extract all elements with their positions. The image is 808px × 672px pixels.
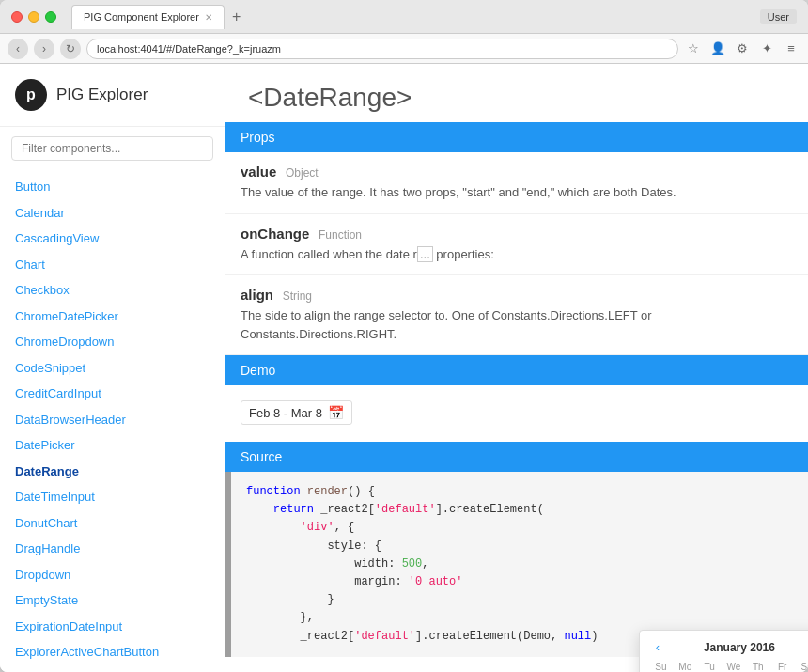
app-body: p PIG Explorer ButtonCalendarCascadingVi… — [0, 64, 808, 672]
person-icon[interactable]: 👤 — [708, 39, 727, 58]
sidebar-header: p PIG Explorer — [0, 64, 225, 127]
browser-tab[interactable]: PIG Component Explorer ✕ — [71, 5, 225, 29]
sidebar-item-calendar[interactable]: Calendar — [0, 200, 225, 227]
tab-bar: PIG Component Explorer ✕ + — [71, 5, 753, 29]
props-section-header: Props — [225, 122, 808, 152]
search-input[interactable] — [11, 136, 213, 161]
sidebar-item-datepicker[interactable]: DatePicker — [0, 432, 225, 459]
sidebar-item-expirationdateinput[interactable]: ExpirationDateInput — [0, 614, 225, 640]
code-block: function render() { return _react2['defa… — [246, 483, 793, 646]
minimize-button[interactable] — [28, 11, 39, 23]
user-label: User — [760, 9, 797, 24]
calendar-left-month: ‹ January 2016 ? Su Mo Tu We Th Fr Sa — [649, 640, 808, 672]
demo-section: Feb 8 - Mar 8 📅 ‹ January 2016 ? Su — [225, 385, 808, 442]
sidebar-item-chromedropdown[interactable]: ChromeDropdown — [0, 329, 225, 355]
sidebar-item-emptystate[interactable]: EmptyState — [0, 587, 225, 614]
sidebar-item-dropdown[interactable]: Dropdown — [0, 562, 225, 588]
sidebar-item-explorermenubutton[interactable]: ExplorerMenuButton — [0, 665, 225, 673]
cal-left-title: January 2016 — [666, 641, 808, 654]
sidebar-item-daterange[interactable]: DateRange — [0, 459, 225, 485]
sidebar-item-donutchart[interactable]: DonutChart — [0, 510, 225, 537]
logo: p — [15, 79, 47, 111]
prop-value-name: value — [241, 164, 276, 180]
url-bar[interactable]: localhost:4041/#/DateRange?_k=jruazm — [86, 39, 678, 59]
prop-align-type: String — [283, 289, 312, 303]
sidebar-nav: ButtonCalendarCascadingViewChartCheckbox… — [0, 170, 225, 672]
prop-onchange-desc: A function called when the date r... pro… — [241, 245, 793, 264]
prop-onchange: onChange Function A function called when… — [225, 214, 808, 276]
prop-value-desc: The value of the range. It has two props… — [241, 183, 793, 202]
cal-left-header: ‹ January 2016 ? — [649, 640, 808, 654]
forward-button[interactable]: › — [34, 39, 54, 59]
source-section-header: Source — [225, 442, 808, 472]
page-title: <DateRange> — [225, 64, 808, 122]
demo-section-header: Demo — [225, 355, 808, 385]
prop-value-type: Object — [286, 166, 319, 180]
sidebar-item-codesnippet[interactable]: CodeSnippet — [0, 355, 225, 382]
reload-button[interactable]: ↻ — [60, 39, 81, 59]
extensions-icon[interactable]: ✦ — [757, 39, 776, 58]
sidebar-item-exploreractivechartbutton[interactable]: ExplorerActiveChartButton — [0, 639, 225, 665]
menu-icon[interactable]: ≡ — [782, 39, 800, 58]
tab-label: PIG Component Explorer — [84, 11, 199, 23]
content-area: <DateRange> Props value Object The value… — [225, 64, 808, 672]
prop-align-desc: The side to align the range selector to.… — [241, 306, 793, 343]
prop-align-name: align — [241, 287, 273, 303]
calendar-overlay: ‹ January 2016 ? Su Mo Tu We Th Fr Sa — [639, 630, 808, 672]
prop-onchange-name: onChange — [241, 226, 309, 242]
maximize-button[interactable] — [45, 11, 56, 23]
close-button[interactable] — [11, 11, 23, 23]
url-text: localhost:4041/#/DateRange?_k=jruazm — [97, 43, 281, 55]
cal-left-grid: Su Mo Tu We Th Fr Sa — [649, 660, 808, 672]
titlebar: PIG Component Explorer ✕ + User — [0, 0, 808, 34]
bookmark-icon[interactable]: ☆ — [684, 39, 703, 58]
traffic-lights — [11, 11, 56, 23]
tab-close-icon[interactable]: ✕ — [205, 12, 212, 23]
sidebar-item-chromedatepicker[interactable]: ChromeDatePicker — [0, 304, 225, 330]
sidebar-item-checkbox[interactable]: Checkbox — [0, 277, 225, 304]
prop-onchange-type: Function — [319, 228, 362, 242]
prop-align: align String The side to align the range… — [225, 275, 808, 355]
back-button[interactable]: ‹ — [8, 39, 28, 59]
settings-icon[interactable]: ⚙ — [733, 39, 752, 58]
sidebar-item-draghandle[interactable]: DragHandle — [0, 536, 225, 562]
sidebar-item-chart[interactable]: Chart — [0, 252, 225, 278]
demo-daterange-input[interactable]: Feb 8 - Mar 8 📅 — [241, 400, 352, 425]
demo-value-text: Feb 8 - Mar 8 — [249, 406, 322, 420]
sidebar-item-databrowserheader[interactable]: DataBrowserHeader — [0, 407, 225, 433]
new-tab-button[interactable]: + — [225, 8, 248, 25]
sidebar-item-creditcardinput[interactable]: CreditCardInput — [0, 381, 225, 407]
sidebar-title: PIG Explorer — [56, 86, 148, 104]
address-bar: ‹ › ↻ localhost:4041/#/DateRange?_k=jrua… — [0, 34, 808, 64]
cal-prev-button[interactable]: ‹ — [649, 640, 666, 654]
calendar-icon[interactable]: 📅 — [328, 405, 344, 420]
prop-value: value Object The value of the range. It … — [225, 152, 808, 214]
sidebar: p PIG Explorer ButtonCalendarCascadingVi… — [0, 64, 225, 672]
toolbar-icons: ☆ 👤 ⚙ ✦ ≡ — [684, 39, 800, 58]
sidebar-item-button[interactable]: Button — [0, 174, 225, 200]
browser-window: PIG Component Explorer ✕ + User ‹ › ↻ lo… — [0, 0, 808, 672]
sidebar-item-datetimeinput[interactable]: DateTimeInput — [0, 484, 225, 510]
sidebar-item-cascadingview[interactable]: CascadingView — [0, 226, 225, 252]
